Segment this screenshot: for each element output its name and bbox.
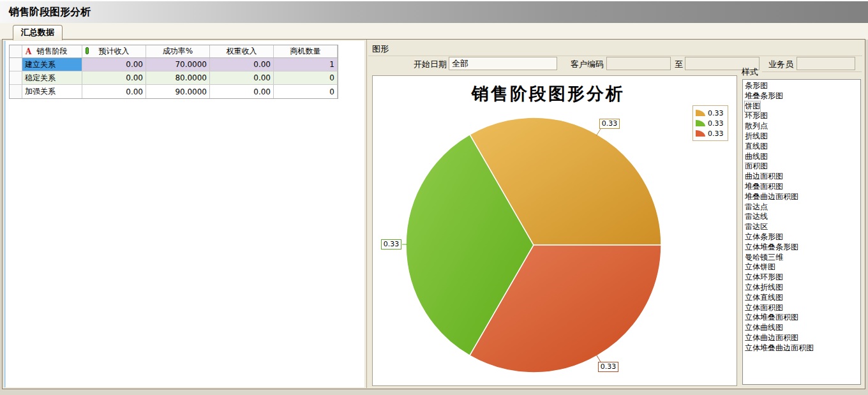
style-item[interactable]: 曼哈顿三维 bbox=[744, 253, 860, 263]
table-row-selected[interactable]: 建立关系 0.00 70.0000 0.00 1 bbox=[10, 58, 338, 71]
style-item-selected[interactable]: 饼图 bbox=[744, 101, 860, 112]
legend-entry: 0.33 bbox=[696, 118, 728, 128]
style-item[interactable]: 立体条形图 bbox=[744, 232, 860, 242]
cell-weighted[interactable]: 0.00 bbox=[210, 58, 274, 71]
panel-divider bbox=[366, 40, 367, 388]
grid-header-weighted[interactable]: 权重收入 bbox=[210, 45, 274, 57]
pie-chart bbox=[373, 76, 738, 387]
window-bottom-edge bbox=[0, 389, 868, 395]
grid-header-count-label: 商机数量 bbox=[290, 46, 321, 57]
grid-header-expected-label: 预计收入 bbox=[99, 46, 130, 57]
salesman-label: 业务员 bbox=[765, 59, 793, 70]
window-title-bar: 销售阶段图形分析 bbox=[0, 0, 868, 23]
customer-code-label: 客户编码 bbox=[559, 59, 604, 70]
grid-header-count[interactable]: 商机数量 bbox=[274, 45, 338, 57]
grid-header-stage-label: 销售阶段 bbox=[37, 46, 68, 57]
style-item[interactable]: 曲线图 bbox=[744, 152, 860, 162]
cell-stage[interactable]: 稳定关系 bbox=[22, 71, 82, 84]
style-item[interactable]: 散列点 bbox=[744, 121, 860, 131]
chart-legend: 0.33 0.33 0.33 bbox=[692, 105, 728, 141]
style-item[interactable]: 堆叠面积图 bbox=[744, 182, 860, 192]
grid-header-indicator bbox=[10, 45, 22, 57]
row-indicator bbox=[10, 71, 22, 84]
grid-header-weighted-label: 权重收入 bbox=[227, 46, 257, 57]
start-date-label: 开始日期 bbox=[393, 59, 447, 70]
legend-marker-orange bbox=[696, 110, 705, 116]
grid-header-rate-label: 成功率% bbox=[163, 46, 193, 57]
style-item[interactable]: 环形图 bbox=[744, 111, 860, 121]
style-item[interactable]: 折线图 bbox=[744, 131, 860, 142]
cell-count[interactable]: 0 bbox=[274, 71, 338, 84]
style-item[interactable]: 立体直线图 bbox=[744, 293, 860, 303]
legend-label: 0.33 bbox=[708, 109, 724, 117]
style-item[interactable]: 堆叠曲边面积图 bbox=[744, 192, 860, 202]
filter-pill-icon bbox=[86, 47, 89, 54]
cell-rate[interactable]: 90.0000 bbox=[146, 85, 210, 98]
style-item[interactable]: 立体折线图 bbox=[744, 283, 860, 293]
style-item[interactable]: 立体堆叠条形图 bbox=[744, 242, 860, 253]
grid-header-rate[interactable]: 成功率% bbox=[146, 45, 210, 57]
customer-code-input[interactable] bbox=[606, 57, 671, 70]
style-item[interactable]: 雷达点 bbox=[744, 202, 860, 212]
summary-grid: A 销售阶段 预计收入 成功率% 权重收入 商机数量 建立关系 0.00 70.… bbox=[9, 45, 338, 99]
tab-summary-data[interactable]: 汇总数据 bbox=[13, 25, 63, 40]
style-item[interactable]: 雷达线 bbox=[744, 212, 860, 222]
cell-expected[interactable]: 0.00 bbox=[82, 58, 146, 71]
data-label-orange: 0.33 bbox=[599, 119, 620, 129]
cell-rate[interactable]: 70.0000 bbox=[146, 58, 210, 71]
legend-label: 0.33 bbox=[708, 119, 724, 128]
page-title: 销售阶段图形分析 bbox=[9, 6, 91, 19]
salesman-input[interactable] bbox=[797, 57, 855, 70]
data-label-red: 0.33 bbox=[598, 362, 618, 372]
legend-marker-green bbox=[696, 120, 705, 126]
chart-area: 销售阶段图形分析 0.33 0.33 0.33 0.33 0.33 0.33 bbox=[372, 75, 737, 386]
start-date-input[interactable]: 全部 bbox=[449, 57, 557, 70]
style-item[interactable]: 立体曲线图 bbox=[744, 323, 860, 333]
left-splitter-strip[interactable] bbox=[4, 41, 6, 387]
cell-rate[interactable]: 80.0000 bbox=[146, 71, 210, 84]
cell-expected[interactable]: 0.00 bbox=[82, 71, 146, 84]
style-item[interactable]: 条形图 bbox=[744, 81, 860, 91]
style-caption-divider bbox=[762, 71, 862, 72]
style-item[interactable]: 曲边面积图 bbox=[744, 172, 860, 182]
tab-strip: 汇总数据 bbox=[0, 23, 868, 40]
legend-marker-red bbox=[696, 130, 705, 137]
style-item[interactable]: 面积图 bbox=[744, 161, 860, 172]
style-item[interactable]: 直线图 bbox=[744, 142, 860, 152]
data-label-green: 0.33 bbox=[381, 239, 401, 250]
style-listbox[interactable]: 条形图 堆叠条形图 饼图 环形图 散列点 折线图 直线图 曲线图 面积图 曲边面… bbox=[742, 79, 861, 385]
row-indicator bbox=[10, 85, 22, 98]
cell-count[interactable]: 0 bbox=[274, 85, 338, 98]
grid-header-expected[interactable]: 预计收入 bbox=[82, 45, 146, 57]
style-item[interactable]: 立体环形图 bbox=[744, 272, 860, 283]
cell-count[interactable]: 1 bbox=[274, 58, 338, 71]
sort-a-icon: A bbox=[26, 47, 31, 56]
legend-entry: 0.33 bbox=[696, 128, 728, 138]
cell-weighted[interactable]: 0.00 bbox=[210, 71, 274, 84]
graph-panel-title: 图形 bbox=[372, 43, 389, 55]
style-item[interactable]: 立体堆叠面积图 bbox=[744, 313, 860, 323]
chart-title: 销售阶段图形分析 bbox=[405, 82, 692, 105]
style-item[interactable]: 雷达区 bbox=[744, 222, 860, 232]
style-item[interactable]: 立体面积图 bbox=[744, 303, 860, 313]
grid-header-stage[interactable]: A 销售阶段 bbox=[22, 45, 82, 57]
cell-stage[interactable]: 建立关系 bbox=[22, 58, 82, 71]
style-item[interactable]: 堆叠条形图 bbox=[744, 91, 860, 101]
cell-stage[interactable]: 加强关系 bbox=[22, 85, 82, 98]
row-indicator bbox=[10, 58, 22, 71]
cell-weighted[interactable]: 0.00 bbox=[210, 85, 274, 98]
table-row[interactable]: 稳定关系 0.00 80.0000 0.00 0 bbox=[10, 71, 338, 85]
legend-entry: 0.33 bbox=[696, 108, 728, 118]
graph-caption-divider bbox=[368, 56, 862, 56]
callout-line-red bbox=[597, 355, 601, 362]
style-item[interactable]: 立体堆叠曲边面积图 bbox=[744, 343, 860, 354]
style-item[interactable]: 立体饼图 bbox=[744, 262, 860, 272]
grid-header-row: A 销售阶段 预计收入 成功率% 权重收入 商机数量 bbox=[10, 45, 338, 58]
to-label: 至 bbox=[669, 59, 683, 70]
legend-label: 0.33 bbox=[708, 130, 724, 138]
cell-expected[interactable]: 0.00 bbox=[82, 85, 146, 98]
style-panel-title: 样式 bbox=[742, 66, 758, 78]
style-item[interactable]: 立体曲边面积图 bbox=[744, 333, 860, 343]
table-row[interactable]: 加强关系 0.00 90.0000 0.00 0 bbox=[10, 85, 338, 98]
